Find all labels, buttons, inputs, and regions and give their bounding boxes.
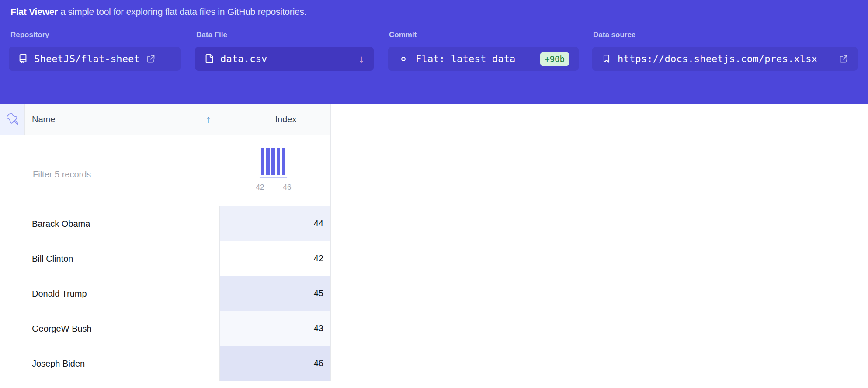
file-icon bbox=[205, 54, 214, 63]
bookmark-icon bbox=[602, 54, 611, 63]
commit-button[interactable]: Flat: latest data +90b bbox=[388, 47, 579, 71]
table-row: GeorgeW Bush 43 bbox=[0, 311, 868, 346]
data-file-label: Data File bbox=[196, 31, 227, 39]
commit-label: Commit bbox=[389, 31, 417, 39]
app-header: Flat Viewera simple tool for exploring f… bbox=[0, 0, 868, 104]
column-title: Name bbox=[32, 114, 55, 125]
data-source-url: https://docs.sheetjs.com/pres.xlsx bbox=[618, 53, 817, 64]
index-histogram-cell[interactable]: 42 46 bbox=[219, 135, 331, 206]
table-row: Joseph Biden 46 bbox=[0, 346, 868, 381]
flat-viewer-app: Flat Viewera simple tool for exploring f… bbox=[0, 0, 868, 388]
sticky-column-toggle[interactable] bbox=[0, 104, 25, 135]
commit-diff-badge: +90b bbox=[540, 52, 569, 66]
cell-index: 44 bbox=[219, 206, 331, 241]
cell-index: 43 bbox=[219, 311, 331, 346]
app-name: Flat Viewer bbox=[10, 7, 58, 17]
cell-index: 42 bbox=[219, 241, 331, 276]
cell-index: 46 bbox=[219, 346, 331, 381]
data-file-select[interactable]: data.csv ↓ bbox=[195, 47, 374, 71]
column-header-index[interactable]: Index bbox=[219, 104, 331, 135]
sort-ascending-icon: ↑ bbox=[206, 114, 211, 125]
pin-icon bbox=[7, 113, 18, 126]
cell-index: 45 bbox=[219, 276, 331, 311]
page-title: Flat Viewera simple tool for exploring f… bbox=[10, 7, 307, 17]
filter-input[interactable] bbox=[32, 169, 200, 180]
index-histogram[interactable] bbox=[261, 148, 285, 175]
external-link-icon bbox=[839, 55, 848, 63]
commit-message: Flat: latest data bbox=[416, 53, 516, 64]
table-row: Bill Clinton 42 bbox=[0, 241, 868, 276]
histogram-min-label: 42 bbox=[253, 183, 267, 192]
table-row: Donald Trump 45 bbox=[0, 276, 868, 311]
table-header-row: Name ↑ Index bbox=[0, 104, 868, 135]
data-source-label: Data source bbox=[593, 31, 635, 39]
app-tagline: a simple tool for exploring flat data fi… bbox=[60, 7, 306, 17]
chevron-down-icon: ↓ bbox=[359, 54, 364, 64]
repo-book-icon bbox=[18, 54, 28, 63]
repository-button[interactable]: SheetJS/flat-sheet bbox=[9, 47, 181, 71]
repository-value: SheetJS/flat-sheet bbox=[34, 53, 140, 64]
cell-name: Joseph Biden bbox=[32, 358, 85, 368]
histogram-brush-track[interactable] bbox=[260, 177, 287, 178]
data-source-button[interactable]: https://docs.sheetjs.com/pres.xlsx bbox=[592, 47, 858, 71]
cell-name: Donald Trump bbox=[32, 288, 87, 298]
external-link-icon bbox=[146, 55, 155, 63]
git-commit-icon bbox=[398, 53, 409, 65]
column-header-name[interactable]: Name ↑ bbox=[25, 104, 219, 135]
column-title: Index bbox=[275, 114, 297, 125]
repository-label: Repository bbox=[10, 31, 49, 39]
data-file-value: data.csv bbox=[220, 53, 267, 64]
cell-name: Barack Obama bbox=[32, 218, 90, 229]
gridline bbox=[331, 170, 868, 170]
table-row: Barack Obama 44 bbox=[0, 206, 868, 241]
cell-name: Bill Clinton bbox=[32, 253, 73, 263]
cell-name: GeorgeW Bush bbox=[32, 323, 92, 333]
name-filter-cell bbox=[0, 135, 219, 206]
filter-row: 42 46 bbox=[0, 135, 868, 206]
histogram-max-label: 46 bbox=[281, 183, 294, 192]
